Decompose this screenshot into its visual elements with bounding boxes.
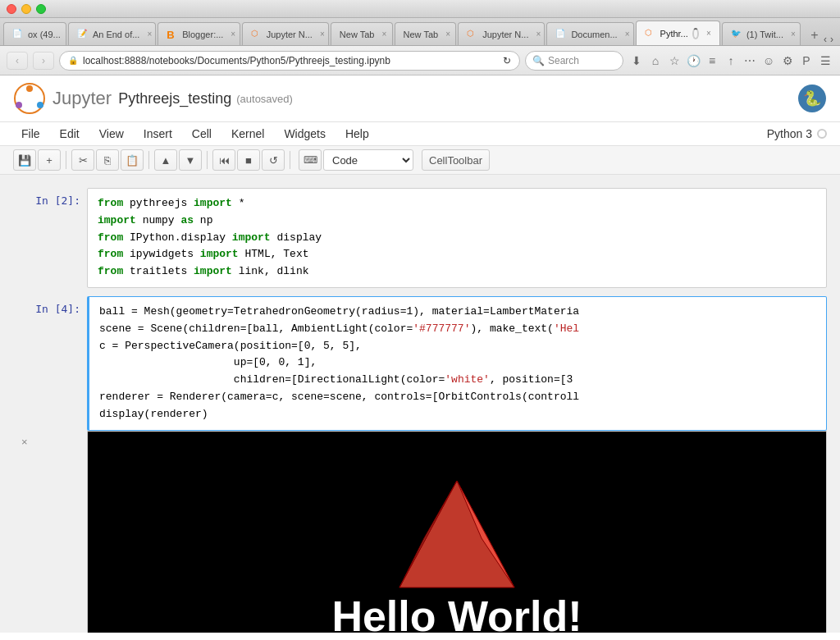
tab-label-5: New Tab (340, 30, 375, 39)
cell-2-line-4: up=[0, 0, 1], (99, 354, 816, 372)
kernel-status-circle (817, 129, 827, 139)
menu-file[interactable]: File (13, 124, 48, 144)
reader-icon[interactable]: ≡ (704, 53, 720, 69)
menu-cell[interactable]: Cell (184, 124, 220, 144)
jupyter-logo: Jupyter (13, 82, 112, 115)
tab-favicon-9: ⬡ (645, 28, 656, 39)
tab-label-3: Blogger:... (182, 30, 223, 39)
tab-bar: 📄 ox (49... 📝 An End of... × B Blogger:.… (0, 18, 840, 46)
add-cell-button[interactable]: + (38, 149, 61, 171)
cell-1-line-2: import numpy as np (98, 213, 816, 230)
cell-2[interactable]: In [4]: ball = Mesh(geometry=Tetrahedron… (13, 296, 827, 431)
cell-2-line-1: ball = Mesh(geometry=TetrahedronGeometry… (99, 304, 816, 321)
back-button[interactable]: ‹ (7, 52, 28, 70)
tab-close-10[interactable]: × (791, 30, 796, 39)
new-tab-button[interactable]: + (806, 25, 824, 45)
refresh-icon[interactable]: ↻ (503, 55, 511, 66)
step-to-start-button[interactable]: ⏮ (212, 149, 235, 171)
menu-widgets[interactable]: Widgets (276, 124, 334, 144)
save-button[interactable]: 💾 (13, 149, 36, 171)
title-bar (0, 0, 840, 18)
browser-tab-4[interactable]: ⬡ Jupyter N... × (242, 22, 329, 45)
paste-button[interactable]: 📋 (121, 149, 144, 171)
svg-marker-6 (399, 481, 514, 587)
cell-1-content[interactable]: from pythreejs import * import numpy as … (87, 188, 827, 288)
cell-2-content[interactable]: ball = Mesh(geometry=TetrahedronGeometry… (87, 296, 827, 431)
bookmark-icon[interactable]: ☆ (666, 53, 682, 69)
history-icon[interactable]: 🕐 (685, 53, 701, 69)
loading-indicator (692, 28, 699, 39)
emoji-icon[interactable]: ☺ (760, 53, 777, 69)
move-down-button[interactable]: ▼ (179, 149, 202, 171)
close-button[interactable] (7, 4, 16, 14)
nav-icons: ⬇ ⌂ ☆ 🕐 ≡ ↑ ⋯ ☺ ⚙ P ☰ (628, 53, 833, 69)
tab-label-8: Documen... (571, 30, 617, 39)
keyword-import-4: import (200, 248, 239, 260)
address-bar[interactable]: 🔒 localhost:8888/notebooks/Documents/Pyt… (59, 51, 520, 71)
tab-close-7[interactable]: × (536, 30, 541, 39)
tab-close-4[interactable]: × (320, 30, 325, 39)
browser-tab-6[interactable]: New Tab × (395, 22, 457, 45)
tab-close-8[interactable]: × (625, 30, 630, 39)
forward-button[interactable]: › (33, 52, 54, 70)
stop-button[interactable]: ■ (237, 149, 260, 171)
browser-tab-8[interactable]: 📄 Documen... × (546, 22, 633, 45)
tab-close-9[interactable]: × (706, 29, 711, 38)
tab-label-2: An End of... (93, 30, 139, 39)
cut-button[interactable]: ✂ (71, 149, 94, 171)
keyboard-shortcut-button[interactable]: ⌨ (299, 149, 322, 171)
notebook-name[interactable]: Pythreejs_testing (118, 90, 231, 107)
output-content: Hello World! (87, 431, 827, 633)
keyword-from-4: from (98, 265, 123, 277)
restart-button[interactable]: ↺ (262, 149, 285, 171)
tab-scroll-left-icon[interactable]: ‹ (824, 34, 827, 45)
extensions-icon[interactable]: ⚙ (779, 53, 796, 69)
cell-2-line-6: renderer = Renderer(camera=c, scene=scen… (99, 389, 816, 406)
jupyter-toolbar: 💾 + ✂ ⎘ 📋 ▲ ▼ ⏮ ■ ↺ ⌨ Code CellToolbar (0, 146, 840, 175)
tab-close-5[interactable]: × (381, 30, 386, 39)
keyword-as: as (180, 214, 194, 226)
search-bar[interactable]: 🔍 Search (525, 51, 623, 71)
menu-icon[interactable]: ☰ (817, 53, 833, 69)
cell-1[interactable]: In [2]: from pythreejs import * import n… (13, 188, 827, 288)
menu-kernel[interactable]: Kernel (223, 124, 272, 144)
home-icon[interactable]: ⌂ (647, 53, 664, 69)
keyword-from-2: from (98, 231, 123, 244)
tab-favicon-10: 🐦 (731, 29, 742, 40)
cell-type-select[interactable]: Code (323, 149, 413, 171)
copy-button[interactable]: ⎘ (96, 149, 119, 171)
tab-favicon-7: ⬡ (467, 29, 478, 40)
browser-tab-9[interactable]: ⬡ Pythr... × (636, 21, 720, 45)
output-close-icon[interactable]: × (21, 436, 28, 448)
minimize-button[interactable] (21, 4, 31, 14)
menu-view[interactable]: View (91, 124, 132, 144)
cell-2-line-3: c = PerspectiveCamera(position=[0, 5, 5]… (99, 338, 816, 355)
tab-close-6[interactable]: × (445, 30, 450, 39)
tab-scroll-right-icon[interactable]: › (830, 34, 833, 45)
cell-1-line-1: from pythreejs import * (98, 195, 816, 213)
download-icon[interactable]: ⬇ (628, 53, 645, 69)
menu-insert[interactable]: Insert (135, 124, 180, 144)
more-icon[interactable]: ⋯ (742, 53, 758, 69)
threejs-canvas[interactable]: Hello World! (88, 432, 826, 633)
cell-1-prompt: In [2]: (13, 188, 87, 288)
celltoolbar-button[interactable]: CellToolbar (422, 149, 490, 171)
maximize-button[interactable] (36, 4, 46, 14)
browser-tab-5[interactable]: New Tab × (331, 22, 393, 45)
share-icon[interactable]: ↑ (723, 53, 739, 69)
browser-tab-7[interactable]: ⬡ Jupyter N... × (458, 22, 545, 45)
menu-help[interactable]: Help (337, 124, 377, 144)
menu-edit[interactable]: Edit (52, 124, 88, 144)
cell-2-line-7: display(renderer) (99, 406, 816, 423)
svg-point-1 (26, 85, 33, 92)
hello-world-text: Hello World! (331, 592, 582, 633)
tab-close-2[interactable]: × (147, 30, 152, 39)
browser-tab-10[interactable]: 🐦 (1) Twit... × (722, 22, 801, 45)
browser-tab-1[interactable]: 📄 ox (49... (3, 22, 66, 45)
pinterest-icon[interactable]: P (798, 53, 815, 69)
browser-tab-2[interactable]: 📝 An End of... × (68, 22, 156, 45)
notebook-body: In [2]: from pythreejs import * import n… (0, 175, 840, 633)
tab-close-3[interactable]: × (231, 30, 235, 39)
move-up-button[interactable]: ▲ (154, 149, 177, 171)
browser-tab-3[interactable]: B Blogger:... × (158, 22, 240, 45)
